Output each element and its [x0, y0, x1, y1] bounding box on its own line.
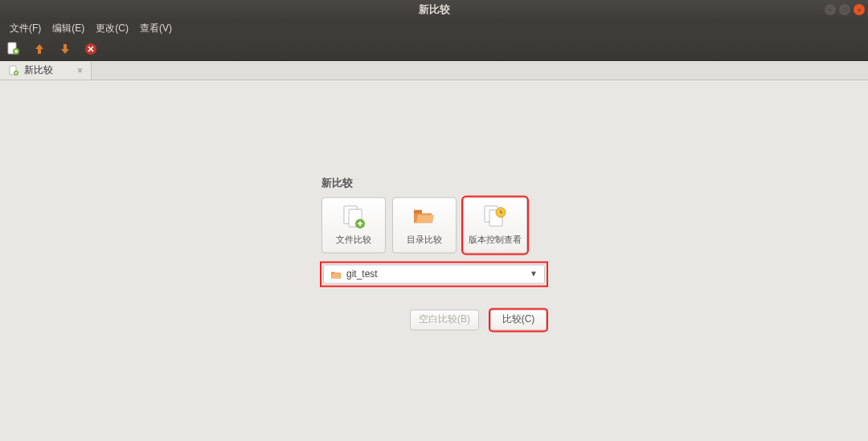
compare-type-group: 文件比较 目录比较 — [321, 197, 547, 253]
folder-selector-value: git_test — [346, 268, 378, 280]
vcs-view-icon — [482, 203, 508, 229]
tab-label: 新比较 — [24, 63, 53, 77]
menu-edit[interactable]: 编辑(E) — [47, 20, 89, 37]
vcs-view-label: 版本控制查看 — [469, 234, 522, 246]
new-compare-icon[interactable] — [6, 42, 21, 56]
menu-change[interactable]: 更改(C) — [91, 20, 133, 37]
dir-compare-label: 目录比较 — [407, 234, 442, 246]
minimize-button[interactable]: − — [825, 4, 836, 15]
tab-close-icon[interactable]: × — [58, 65, 83, 76]
vcs-view-button[interactable]: 版本控制查看 — [463, 197, 527, 253]
file-compare-button[interactable]: 文件比较 — [321, 197, 386, 253]
window-controls: − □ × — [825, 4, 865, 15]
chevron-down-icon: ▼ — [530, 269, 538, 278]
folder-icon — [330, 268, 342, 280]
file-compare-label: 文件比较 — [336, 234, 371, 246]
compare-button[interactable]: 比较(C) — [490, 309, 547, 330]
panel-heading: 新比较 — [321, 176, 547, 190]
folder-compare-icon — [411, 203, 437, 229]
action-row: 空白比较(B) 比较(C) — [321, 309, 547, 330]
close-button[interactable]: × — [854, 4, 865, 15]
compare-label: 比较(C) — [502, 312, 535, 326]
menubar: 文件(F) 编辑(E) 更改(C) 查看(V) — [0, 19, 868, 37]
blank-compare-label: 空白比较(B) — [419, 312, 470, 326]
dir-compare-button[interactable]: 目录比较 — [392, 197, 457, 253]
window-titlebar: 新比较 − □ × — [0, 0, 868, 19]
tab-new-compare[interactable]: 新比较 × — [0, 61, 92, 80]
tabstrip: 新比较 × — [0, 61, 868, 80]
arrow-up-icon[interactable] — [32, 42, 47, 56]
menu-file[interactable]: 文件(F) — [5, 20, 46, 37]
folder-selector-region: git_test ▼ — [321, 263, 547, 285]
stop-icon[interactable] — [84, 42, 98, 56]
maximize-button[interactable]: □ — [839, 4, 850, 15]
menu-view[interactable]: 查看(V) — [135, 20, 177, 37]
svg-rect-8 — [414, 210, 422, 213]
new-compare-panel: 新比较 文件比较 — [321, 176, 547, 330]
window-title: 新比较 — [419, 2, 450, 17]
arrow-down-icon[interactable] — [58, 42, 72, 56]
document-icon — [8, 65, 19, 76]
blank-compare-button[interactable]: 空白比较(B) — [410, 309, 479, 330]
workspace: 新比较 文件比较 — [0, 80, 868, 441]
file-compare-icon — [341, 203, 366, 229]
folder-selector[interactable]: git_test ▼ — [323, 264, 545, 284]
toolbar — [0, 37, 868, 61]
